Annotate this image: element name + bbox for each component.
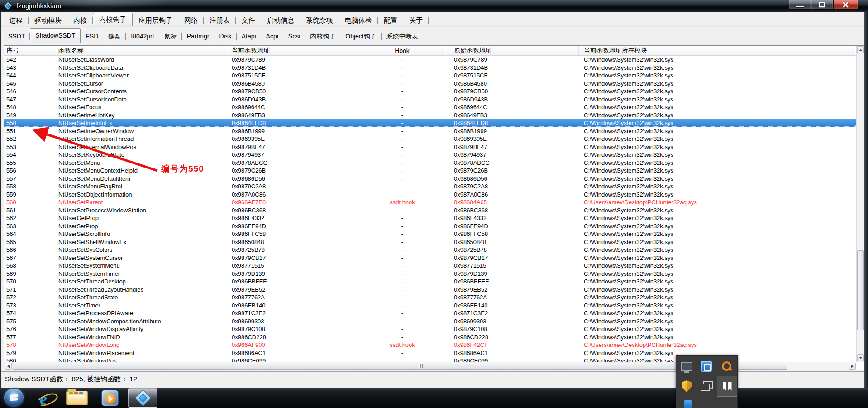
menu-tab-4[interactable]: 应用层钩子 xyxy=(133,14,178,26)
sub-tab-9[interactable]: Acpi xyxy=(261,30,283,43)
table-row-548[interactable]: 548NtUserSetFocus0x9869644C-0x9869644CC:… xyxy=(4,103,856,111)
sub-tab-7[interactable]: Disk xyxy=(214,30,236,43)
tray-popup-item-highlighted[interactable] xyxy=(717,376,737,397)
cell-idx: 561 xyxy=(4,206,57,215)
sub-tab-6[interactable]: Partmgr xyxy=(182,30,215,43)
table-row-560[interactable]: 560NtUserSetParent0x966AF7E0ssdt hook0x9… xyxy=(4,198,856,206)
table-row-564[interactable]: 564NtUserSetScrollInfo0x986FFC58-0x986FF… xyxy=(4,230,856,238)
table-row-577[interactable]: 577NtUserSetWindowFNID0x986CD228-0x986CD… xyxy=(4,333,856,341)
table-row-542[interactable]: 542NtUserSetClassWord0x9879C789-0x9879C7… xyxy=(4,56,856,64)
table-row-566[interactable]: 566NtUserSetSysColors0x98725B78-0x98725B… xyxy=(4,246,856,254)
column-header-mod[interactable]: 当前函数地址所在模块 xyxy=(579,46,856,55)
sub-tab-4[interactable]: I8042prt xyxy=(126,30,159,43)
tray-popup-item[interactable] xyxy=(677,357,696,376)
taskbar-item-explorer[interactable] xyxy=(66,391,88,405)
table-row-555[interactable]: 555NtUserSetMenu0x9878ABCC-0x9878ABCCC:\… xyxy=(4,159,856,167)
cell-name: NtUserSetParent xyxy=(57,198,228,206)
column-header-hook[interactable]: Hook xyxy=(358,46,446,55)
table-row-569[interactable]: 569NtUserSetSystemTimer0x9879D139-0x9879… xyxy=(4,270,856,278)
menu-tab-9[interactable]: 系统杂项 xyxy=(300,14,339,26)
sub-tab-13[interactable]: 系统中断表 xyxy=(382,30,423,43)
taskbar-item-internet-explorer[interactable]: e xyxy=(38,390,54,406)
table-row-576[interactable]: 576NtUserSetWindowDisplayAffinity0x9879C… xyxy=(4,325,856,333)
scroll-up-button[interactable] xyxy=(857,46,864,53)
taskbar-item-pchunter-active[interactable] xyxy=(128,388,157,408)
table-row-545[interactable]: 545NtUserSetCursor0x986B4580-0x986B4580C… xyxy=(4,80,856,88)
table-row-565[interactable]: 565NtUserSetShellWindowEx0x98650848-0x98… xyxy=(4,238,856,246)
column-header-idx[interactable]: 序号 xyxy=(4,46,57,55)
table-row-575[interactable]: 575NtUserSetWindowCompositionAttribute0x… xyxy=(4,317,856,326)
scroll-down-button[interactable] xyxy=(857,354,864,361)
table-row-544[interactable]: 544NtUserSetClipboardViewer0x987515CF-0x… xyxy=(4,72,856,80)
cell-idx: 580 xyxy=(4,357,57,362)
menu-tab-12[interactable]: 关于 xyxy=(403,14,429,26)
tray-popup-item[interactable] xyxy=(697,357,716,376)
menu-tab-0[interactable]: 进程 xyxy=(3,14,29,26)
menu-tab-10[interactable]: 电脑体检 xyxy=(339,14,378,26)
sub-tab-12[interactable]: Object钩子 xyxy=(340,30,381,43)
sub-tab-11[interactable]: 内核钩子 xyxy=(305,30,340,43)
table-row-554[interactable]: 554NtUserSetKeyboardState0x98794937-0x98… xyxy=(4,151,856,159)
table-row-559[interactable]: 559NtUserSetObjectInformation0x987A0C86-… xyxy=(4,191,856,199)
menu-tab-11[interactable]: 配置 xyxy=(378,14,403,26)
table-row-578[interactable]: 578NtUserSetWindowLong0x966AF900ssdt hoo… xyxy=(4,341,856,349)
column-header-orig[interactable]: 原始函数地址 xyxy=(446,46,579,55)
column-header-cur[interactable]: 当前函数地址 xyxy=(228,46,358,55)
table-row-549[interactable]: 549NtUserSetImeHotKey0x98649FB3-0x98649F… xyxy=(4,111,856,120)
tray-popup-item[interactable] xyxy=(717,357,736,376)
table-row-546[interactable]: 546NtUserSetCursorContents0x9879CB50-0x9… xyxy=(4,87,856,96)
table-row-552[interactable]: 552NtUserSetInformationThread0x9869395E-… xyxy=(4,135,856,143)
sub-tab-0[interactable]: SSDT xyxy=(3,30,30,43)
menu-tab-6[interactable]: 注册表 xyxy=(204,14,236,26)
scroll-left-button[interactable] xyxy=(5,363,12,370)
table-row-543[interactable]: 543NtUserSetClipboardData0x98731D4B-0x98… xyxy=(4,64,856,72)
table-row-572[interactable]: 572NtUserSetThreadState0x9877762A-0x9877… xyxy=(4,293,856,302)
partial-blue-app-icon[interactable] xyxy=(684,400,692,408)
table-row-563[interactable]: 563NtUserSetProp0x986FE94D-0x986FE94DC:\… xyxy=(4,222,856,230)
scroll-right-button[interactable] xyxy=(849,363,856,370)
table-row-551[interactable]: 551NtUserSetImeOwnerWindow0x986B1999-0x9… xyxy=(4,127,856,135)
close-button[interactable] xyxy=(833,0,858,10)
table-row-571[interactable]: 571NtUserSetThreadLayoutHandles0x9879EB5… xyxy=(4,286,856,294)
vertical-scroll-thumb[interactable] xyxy=(857,250,864,330)
menu-tab-5[interactable]: 网络 xyxy=(178,14,204,26)
menu-tab-8[interactable]: 启动信息 xyxy=(261,14,300,26)
table-row-547[interactable]: 547NtUserSetCursorIconData0x986D943B-0x9… xyxy=(4,96,856,104)
table-row-570[interactable]: 570NtUserSetThreadDesktop0x986BBFEF-0x98… xyxy=(4,278,856,286)
sub-tab-3[interactable]: 键盘 xyxy=(103,30,126,43)
table-row-550[interactable]: 550NtUserSetImeInfoEx0x9864FFD8-0x9864FF… xyxy=(4,119,856,127)
horizontal-scroll-thumb[interactable] xyxy=(13,363,787,370)
table-row-557[interactable]: 557NtUserSetMenuDefaultItem0x98686D56-0x… xyxy=(4,175,856,183)
menu-tab-1[interactable]: 驱动模块 xyxy=(29,14,67,26)
cell-name: NtUserSetClassWord xyxy=(57,56,228,64)
table-row-573[interactable]: 573NtUserSetTimer0x986EB140-0x986EB140C:… xyxy=(4,302,856,310)
table-row-567[interactable]: 567NtUserSetSystemCursor0x9879CB17-0x987… xyxy=(4,254,856,262)
tray-popup-item[interactable] xyxy=(677,377,696,396)
table-row-556[interactable]: 556NtUserSetMenuContextHelpId0x9879C26B-… xyxy=(4,167,856,175)
table-row-562[interactable]: 562NtUserGetProp0x986F4332-0x986F4332C:\… xyxy=(4,214,856,222)
sub-tab-1[interactable]: ShadowSSDT xyxy=(30,28,81,43)
start-button[interactable] xyxy=(4,389,24,407)
sub-tab-5[interactable]: 鼠标 xyxy=(159,30,182,43)
tray-popup-item[interactable] xyxy=(697,377,716,396)
restore-button[interactable] xyxy=(811,0,833,10)
cell-orig: 0x98684A65 xyxy=(446,198,579,206)
table-row-553[interactable]: 553NtUserSetInternalWindowPos0x9879BF47-… xyxy=(4,143,856,151)
table-row-568[interactable]: 568NtUserSetSystemMenu0x98771515-0x98771… xyxy=(4,262,856,270)
sub-tab-2[interactable]: FSD xyxy=(81,30,103,43)
table-row-574[interactable]: 574NtUserSetProcessDPIAware0x9871C3E2-0x… xyxy=(4,309,856,317)
column-header-name[interactable]: 函数名称 xyxy=(57,46,228,55)
menu-tab-2[interactable]: 内核 xyxy=(67,14,93,26)
cell-cur: 0x986BBFEF xyxy=(228,278,358,286)
vertical-scrollbar[interactable] xyxy=(856,46,864,362)
sub-tab-8[interactable]: Atapi xyxy=(237,30,261,43)
table-row-561[interactable]: 561NtUserSetProcessWindowStation0x986BC3… xyxy=(4,206,856,215)
table-row-558[interactable]: 558NtUserSetMenuFlagRtoL0x9879C2A8-0x987… xyxy=(4,182,856,191)
minimize-button[interactable] xyxy=(789,0,811,10)
menu-tab-3[interactable]: 内核钩子 xyxy=(93,13,133,26)
menu-tab-7[interactable]: 文件 xyxy=(236,14,261,26)
sub-tab-10[interactable]: Scsi xyxy=(283,30,305,43)
cell-name: NtUserSetProcessWindowStation xyxy=(57,206,228,215)
taskbar-item-media-player[interactable] xyxy=(101,390,119,406)
cell-name: NtUserSetThreadLayoutHandles xyxy=(57,286,228,294)
